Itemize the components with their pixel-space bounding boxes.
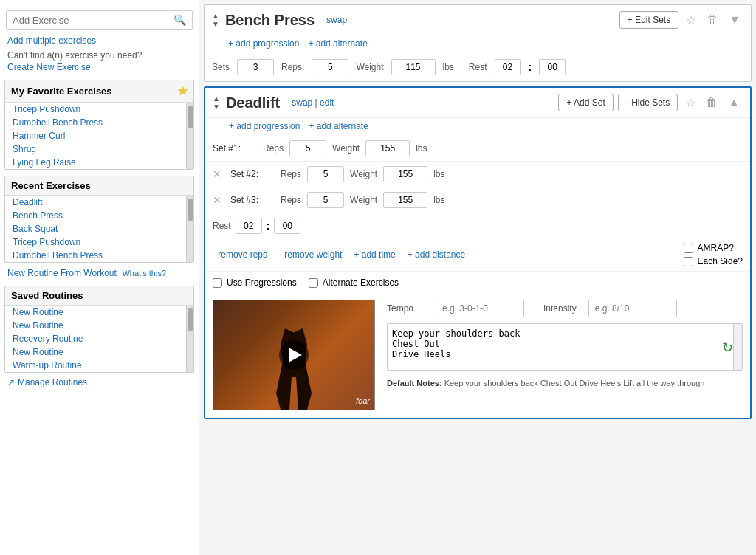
manage-routines-link[interactable]: ↗ Manage Routines [0, 373, 199, 392]
reorder-arrows[interactable]: ▲ ▼ [212, 12, 219, 28]
media-row: fear Tempo Intensity Keep your shoulders… [205, 294, 750, 418]
add-alternate-link[interactable]: + add alternate [309, 121, 368, 131]
set3-weight-label: Weight [350, 195, 377, 205]
list-item[interactable]: Hammer Curl [5, 129, 186, 142]
amrap-checkbox[interactable] [684, 244, 693, 253]
add-set-button[interactable]: + Add Set [558, 94, 613, 111]
set2-reps-input[interactable] [307, 166, 344, 182]
set3-remove-btn[interactable]: ✕ [213, 194, 221, 206]
list-item[interactable]: Bench Press [5, 209, 186, 222]
list-item[interactable]: Lying Leg Raise [5, 156, 186, 169]
favorites-title: My Favorite Exercises [11, 86, 112, 97]
set3-reps-input[interactable] [307, 192, 344, 208]
hide-sets-button[interactable]: - Hide Sets [618, 94, 678, 111]
add-progression-link[interactable]: + add progression [229, 121, 300, 131]
add-progression-link[interactable]: + add progression [228, 38, 299, 49]
deadlift-swap-link[interactable]: swap | edit [292, 97, 334, 108]
list-item[interactable]: Shrug [5, 142, 186, 156]
collapse-icon[interactable]: ▼ [726, 12, 743, 28]
alternate-exercises-checkbox[interactable] [309, 278, 318, 288]
set1-reps-input[interactable] [289, 140, 326, 156]
intensity-input[interactable] [588, 300, 677, 317]
favorite-icon[interactable]: ☆ [682, 94, 698, 111]
list-item[interactable]: Back Squat [5, 222, 186, 235]
search-input[interactable] [13, 15, 173, 26]
sets-input[interactable] [237, 59, 274, 75]
tempo-input[interactable] [436, 300, 524, 317]
favorites-scrollbar[interactable] [186, 103, 193, 169]
weight-input[interactable] [391, 59, 436, 75]
use-progressions-label[interactable]: Use Progressions [213, 278, 297, 288]
play-button[interactable] [279, 340, 309, 370]
list-item[interactable]: Tricep Pushdown [5, 103, 186, 116]
list-item[interactable]: Deadlift [5, 196, 186, 209]
collapse-icon[interactable]: ▲ [725, 94, 743, 111]
delete-icon[interactable]: 🗑 [703, 94, 721, 111]
new-routine-from-workout-link[interactable]: New Routine From Workout [7, 268, 117, 278]
routines-scrollbar[interactable] [186, 306, 193, 372]
add-distance-link[interactable]: + add distance [408, 249, 465, 260]
scrollbar-thumb [188, 106, 193, 128]
reorder-arrows[interactable]: ▲ ▼ [213, 94, 220, 111]
tempo-label: Tempo [387, 303, 424, 314]
saved-routines-list: New Routine New Routine Recovery Routine… [5, 306, 186, 372]
set2-remove-btn[interactable]: ✕ [213, 168, 221, 180]
scrollbar-thumb [188, 199, 193, 221]
create-new-exercise-link[interactable]: Create New Exercise [0, 61, 199, 74]
reps-input[interactable] [312, 59, 348, 75]
set1-lbs: lbs [416, 143, 427, 154]
list-item[interactable]: Dumbbell Bench Press [5, 116, 186, 129]
sets-label: Sets [212, 62, 230, 72]
recent-section: Recent Exercises Deadlift Bench Press Ba… [4, 176, 194, 263]
set1-weight-input[interactable] [365, 140, 410, 156]
saved-routines-title: Saved Routines [11, 290, 83, 301]
add-alternate-link[interactable]: + add alternate [308, 38, 367, 49]
set2-weight-input[interactable] [383, 166, 427, 182]
list-item[interactable]: Warm-up Routine [5, 359, 186, 372]
remove-weight-link[interactable]: - remove weight [279, 249, 342, 260]
sidebar: 🔍 Add multiple exercises Can't find a(n)… [0, 0, 199, 555]
arrow-down-icon[interactable]: ▼ [213, 103, 220, 111]
deadlift-title: Deadlift [226, 94, 280, 111]
reps-label: Reps: [281, 62, 304, 72]
use-progressions-checkbox[interactable] [213, 278, 222, 288]
deadlift-actions: + Add Set - Hide Sets ☆ 🗑 ▲ [558, 94, 743, 111]
arrow-up-icon[interactable]: ▲ [212, 12, 219, 20]
colon-separator: : [529, 61, 532, 73]
list-item[interactable]: New Routine [5, 306, 186, 319]
tempo-intensity-row: Tempo Intensity [387, 300, 743, 317]
alternate-exercises-label[interactable]: Alternate Exercises [309, 278, 399, 288]
recent-scrollbar[interactable] [186, 196, 193, 262]
notes-scrollbar[interactable] [733, 324, 742, 370]
bench-press-swap-link[interactable]: swap [326, 15, 347, 25]
delete-icon[interactable]: 🗑 [704, 12, 721, 28]
weight-label: Weight [356, 62, 383, 72]
list-item[interactable]: Tricep Pushdown [5, 235, 186, 249]
remove-reps-link[interactable]: - remove reps [213, 249, 267, 260]
arrow-up-icon[interactable]: ▲ [213, 94, 220, 103]
each-side-checkbox[interactable] [684, 257, 693, 266]
refresh-icon[interactable]: ↻ [722, 339, 733, 356]
set2-label: Set #2: [230, 169, 275, 179]
set3-weight-input[interactable] [383, 192, 427, 208]
arrow-down-icon[interactable]: ▼ [212, 20, 219, 28]
add-multiple-link[interactable]: Add multiple exercises [0, 34, 199, 47]
edit-sets-button[interactable]: + Edit Sets [619, 11, 678, 29]
favorite-icon[interactable]: ☆ [683, 12, 699, 29]
search-bar[interactable]: 🔍 [6, 10, 193, 30]
list-item[interactable]: Recovery Routine [5, 332, 186, 345]
rest-min-input[interactable] [495, 59, 521, 75]
rest-sec-input[interactable] [539, 59, 566, 75]
default-notes: Default Notes: Keep your shoulders back … [387, 377, 743, 387]
rest-min-input[interactable] [236, 218, 262, 234]
notes-textarea[interactable]: Keep your shoulders back Chest Out Drive… [388, 324, 742, 368]
whats-this-link[interactable]: What's this? [122, 269, 166, 278]
list-item[interactable]: Dumbbell Bench Press [5, 249, 186, 262]
list-item[interactable]: New Routine [5, 319, 186, 332]
rest-sec-input[interactable] [274, 218, 300, 234]
video-thumbnail[interactable]: fear [213, 300, 375, 410]
set2-reps-label: Reps [281, 169, 301, 179]
list-item[interactable]: New Routine [5, 345, 186, 359]
add-time-link[interactable]: + add time [354, 249, 395, 260]
each-side-label: Each Side? [698, 256, 743, 266]
